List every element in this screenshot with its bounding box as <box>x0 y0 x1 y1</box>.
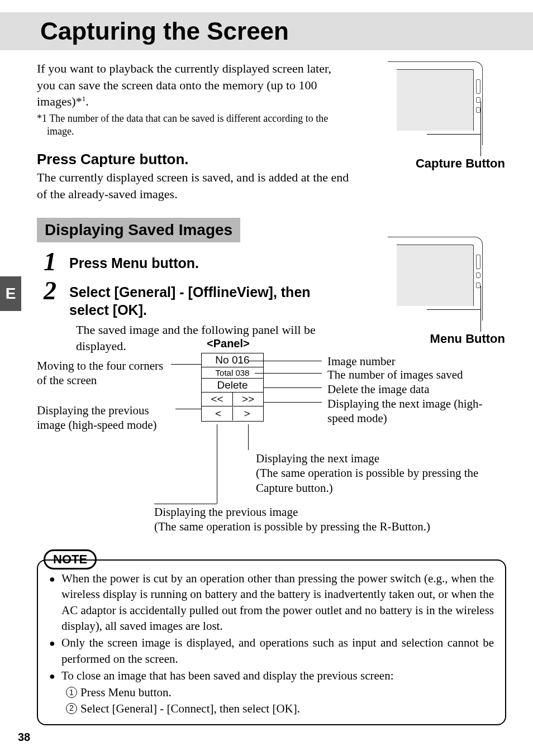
note-box: ● When the power is cut by an operation … <box>37 559 506 725</box>
circled-1-icon: 1 <box>66 687 77 698</box>
ann-move-corners: Moving to the four corners of the screen <box>37 358 171 388</box>
press-capture-body: The currently displayed screen is saved,… <box>37 169 350 202</box>
panel-prev: < <box>204 407 232 420</box>
note-item-3-text: To close an image that has been saved an… <box>61 668 494 683</box>
circled-2-icon: 2 <box>66 703 77 714</box>
intro-text-post: . <box>85 94 89 108</box>
bullet-icon: ● <box>49 571 61 634</box>
page: Capturing the Screen E If you want to pl… <box>0 0 533 756</box>
footnote: *1 The number of the data that can be sa… <box>37 112 350 137</box>
intro-paragraph: If you want to playback the currently di… <box>37 60 344 110</box>
note-sub-2: 2 Select [General] - [Connect], then sel… <box>49 701 494 716</box>
device-diagram-menu: Menu Button <box>365 237 505 346</box>
section-tab: E <box>0 276 21 311</box>
ann-prev-high: Displaying the previous image (high-spee… <box>37 403 177 433</box>
note-item-2-text: Only the screen image is displayed, and … <box>61 635 494 667</box>
ann-prev-image-line2: (The same operation is possible by press… <box>154 520 430 533</box>
panel-next: > <box>232 407 261 420</box>
panel-title: <Panel> <box>207 337 250 350</box>
title-band-left <box>0 12 22 50</box>
capture-button-label: Capture Button <box>349 156 505 171</box>
device-frame-2 <box>371 237 483 320</box>
intro-text-pre: If you want to playback the currently di… <box>37 61 331 108</box>
device-frame-1 <box>371 61 483 145</box>
displaying-heading: Displaying Saved Images <box>45 221 232 238</box>
panel-diagram: <Panel> No 016 Total 038 Delete << >> < … <box>37 342 513 543</box>
ann-prev-image: Displaying the previous image (The same … <box>154 505 512 534</box>
ann-prev-image-line1: Displaying the previous image <box>154 505 298 519</box>
ann-image-number: Image number <box>327 354 396 369</box>
ann-next-high: Displaying the next image (high-speed mo… <box>327 396 506 426</box>
note-sub-1: 1 Press Menu button. <box>49 685 494 700</box>
panel-fast-next: >> <box>232 393 263 406</box>
subheading-box: Displaying Saved Images <box>37 218 240 242</box>
ann-next-image: Displaying the next image (The same oper… <box>256 451 518 495</box>
ann-total-saved: The number of images saved <box>327 367 463 382</box>
title-band: Capturing the Screen <box>22 12 533 50</box>
footnote-text: The number of the data that can be saved… <box>47 113 328 137</box>
step-1-number: 1 <box>44 249 69 275</box>
note-item-3: ● To close an image that has been saved … <box>49 668 494 683</box>
footnote-marker: *1 <box>37 113 49 124</box>
panel-total: Total 038 <box>202 367 263 379</box>
step-2-text: Select [General] - [OfflineView], then s… <box>69 278 321 319</box>
note-item-1: ● When the power is cut by an operation … <box>49 571 494 634</box>
bullet-icon: ● <box>49 668 61 683</box>
ann-next-image-line1: Displaying the next image <box>256 452 379 465</box>
panel-nav-row: < > <box>202 406 263 421</box>
note-sub-1-text: Press Menu button. <box>80 685 172 700</box>
bullet-icon: ● <box>49 635 61 667</box>
note-item-2: ● Only the screen image is displayed, an… <box>49 635 494 667</box>
panel-delete: Delete <box>202 379 263 393</box>
device-diagram-capture: Capture Button <box>365 61 505 171</box>
panel-fast-prev: << <box>202 393 232 406</box>
page-title: Capturing the Screen <box>40 17 289 45</box>
panel-box: No 016 Total 038 Delete << >> < > <box>201 353 264 422</box>
panel-fast-row: << >> <box>202 393 263 406</box>
step-2-number: 2 <box>44 278 69 304</box>
step-1-text: Press Menu button. <box>69 249 321 272</box>
ann-next-image-line2: (The same operation is possible by press… <box>256 466 478 494</box>
page-number: 38 <box>18 731 30 744</box>
note-sub-2-text: Select [General] - [Connect], then selec… <box>80 701 300 716</box>
ann-delete-data: Delete the image data <box>327 382 430 396</box>
note-item-1-text: When the power is cut by an operation ot… <box>61 571 494 634</box>
